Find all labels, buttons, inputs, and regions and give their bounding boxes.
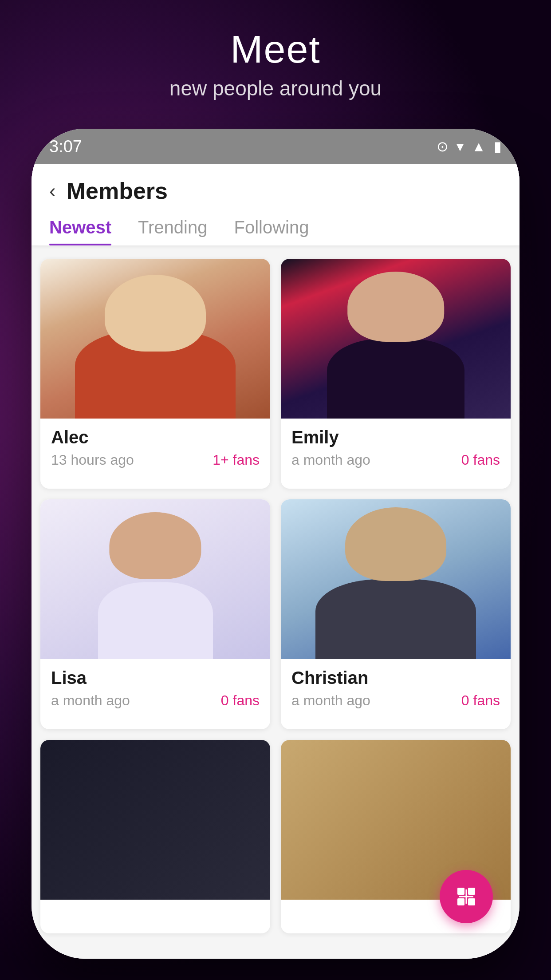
app-content: ‹ Members Newest Trending Following [31,164,520,959]
member-info-lisa: Lisa a month ago 0 fans [40,659,270,718]
member-card-person5[interactable] [40,740,270,933]
member-time-emily: a month ago [291,452,370,468]
svg-rect-0 [457,888,464,895]
page-title: Members [67,178,168,204]
member-meta-alec: 13 hours ago 1+ fans [51,452,260,468]
back-button[interactable]: ‹ [49,181,56,201]
header-section: Meet new people around you [0,27,551,100]
member-name-lisa: Lisa [51,668,260,688]
phone-frame: 3:07 ⊙ ▾ ▲ ▮ ‹ Members Newest Trending [31,129,520,959]
member-time-alec: 13 hours ago [51,452,134,468]
nav-header: ‹ Members [49,178,502,204]
svg-rect-3 [468,898,475,905]
member-fans-alec: 1+ fans [213,452,260,468]
status-bar: 3:07 ⊙ ▾ ▲ ▮ [31,129,520,164]
member-card-christian[interactable]: Christian a month ago 0 fans [281,499,511,729]
wifi-icon: ▾ [457,138,464,155]
tabs-container: Newest Trending Following [49,217,502,245]
status-icons: ⊙ ▾ ▲ ▮ [437,138,502,155]
member-fans-christian: 0 fans [461,692,500,709]
member-name-christian: Christian [291,668,500,688]
fab-button[interactable] [440,870,493,923]
member-photo-alec [40,259,270,419]
location-icon: ⊙ [437,138,449,155]
member-photo-person5 [40,740,270,900]
member-fans-lisa: 0 fans [221,692,260,709]
header-subtitle: new people around you [0,76,551,100]
member-time-christian: a month ago [291,692,370,709]
tab-following[interactable]: Following [234,217,309,245]
signal-icon: ▲ [472,138,486,155]
member-info-christian: Christian a month ago 0 fans [281,659,511,718]
member-fans-emily: 0 fans [461,452,500,468]
member-card-emily[interactable]: Emily a month ago 0 fans [281,259,511,489]
member-card-lisa[interactable]: Lisa a month ago 0 fans [40,499,270,729]
member-info-emily: Emily a month ago 0 fans [281,419,511,477]
nav-bar: ‹ Members Newest Trending Following [31,164,520,245]
svg-rect-1 [468,888,475,895]
member-name-emily: Emily [291,427,500,447]
member-photo-emily [281,259,511,419]
member-meta-christian: a month ago 0 fans [291,692,500,709]
status-time: 3:07 [49,137,82,156]
members-grid: Alec 13 hours ago 1+ fans Emily a month … [31,245,520,947]
tab-newest[interactable]: Newest [49,217,111,245]
member-info-alec: Alec 13 hours ago 1+ fans [40,419,270,477]
member-meta-lisa: a month ago 0 fans [51,692,260,709]
header-title: Meet [0,27,551,72]
member-name-alec: Alec [51,427,260,447]
member-meta-emily: a month ago 0 fans [291,452,500,468]
member-photo-lisa [40,499,270,659]
member-time-lisa: a month ago [51,692,130,709]
member-info-person5 [40,900,270,922]
svg-rect-2 [457,898,464,905]
tab-trending[interactable]: Trending [138,217,207,245]
member-card-alec[interactable]: Alec 13 hours ago 1+ fans [40,259,270,489]
member-photo-christian [281,499,511,659]
fab-icon [455,885,478,908]
